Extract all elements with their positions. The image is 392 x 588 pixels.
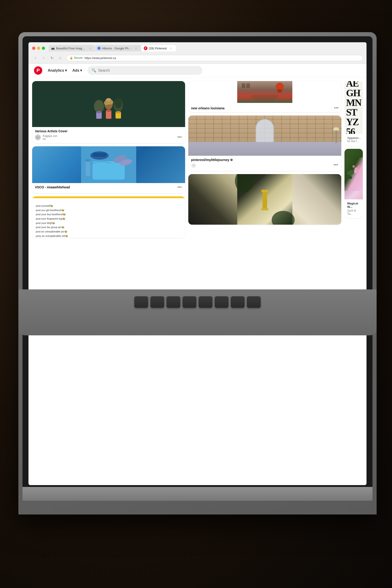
search-bar[interactable]: 🔍 Search xyxy=(88,66,202,75)
pin-plants-board: ilst xyxy=(43,138,57,140)
svg-rect-26 xyxy=(251,95,278,97)
pin-vsco[interactable]: VSCO - miaawhitehead ••• xyxy=(32,146,185,193)
text-line-3: post your boy bestfriend🐝 xyxy=(36,212,182,216)
pin-typography[interactable]: AEGHMNSTYZ56 Apparen... for the f... xyxy=(344,81,363,146)
neworleans-svg xyxy=(188,81,341,103)
pin-plants[interactable]: Various Artists Cover KJ Kagaya Jun ilst xyxy=(32,81,185,143)
pin-textpost-content: post yourself🐝 post you girl bestfriend🐝… xyxy=(32,196,185,238)
maximize-button[interactable] xyxy=(42,47,45,50)
pinterest-tab-icon: P xyxy=(144,46,148,50)
ads-nav-item[interactable]: Ads ▾ xyxy=(72,68,82,72)
traffic-lights xyxy=(32,47,45,50)
svg-rect-20 xyxy=(86,159,90,162)
key-f7[interactable] xyxy=(247,296,261,308)
google-photos-tab-close[interactable]: × xyxy=(134,46,138,50)
laptop-body: 📷 Beautiful Free Images & Pictur × Album… xyxy=(18,32,376,514)
tab-pinterest[interactable]: P (28) Pinterest × xyxy=(142,45,176,52)
unsplash-tab-close[interactable]: × xyxy=(89,46,92,50)
google-photos-tab-title: Albums · Google Photos xyxy=(102,47,132,50)
tab-unsplash[interactable]: 📷 Beautiful Free Images & Pictur × xyxy=(49,45,94,52)
title-bar: 📷 Beautiful Free Images & Pictur × Album… xyxy=(28,42,366,53)
pin-vsco-image xyxy=(32,146,185,183)
key-f1[interactable] xyxy=(150,296,164,308)
key-f3[interactable] xyxy=(182,296,196,308)
secure-label: Secure xyxy=(74,56,83,60)
keyboard-area xyxy=(18,290,376,335)
pin-plants-image xyxy=(32,81,185,127)
text-line-5: post your bf/gf🐝 xyxy=(36,221,182,225)
laptop-scene: 📷 Beautiful Free Images & Pictur × Album… xyxy=(0,0,392,588)
key-f6[interactable] xyxy=(231,296,244,308)
pin-plants-avatar: KJ xyxy=(35,134,41,140)
pin-typography-image: AEGHMNSTYZ56 xyxy=(344,81,363,134)
heart-row: ♡ xyxy=(191,163,338,168)
keyboard-keys xyxy=(18,290,376,308)
pin-brickroom-username: pinterest//mylittlejourney ⚙ xyxy=(191,158,338,162)
back-button[interactable]: ‹ xyxy=(32,55,38,61)
lock-icon: 🔒 xyxy=(70,56,73,60)
secure-badge: 🔒 Secure xyxy=(70,56,83,60)
analytics-nav-item[interactable]: Analytics ▾ xyxy=(48,68,67,72)
screen: 📷 Beautiful Free Images & Pictur × Album… xyxy=(28,42,366,485)
tab-google-photos[interactable]: Albums · Google Photos × xyxy=(95,45,141,52)
text-line-4: post your fingerprint log🐝 xyxy=(36,216,182,221)
pin-brickroom-more[interactable]: ••• xyxy=(332,162,339,168)
screen-bottom-bezel xyxy=(22,487,372,501)
heart-icon: ♡ xyxy=(192,164,195,167)
svg-rect-25 xyxy=(278,89,282,92)
pin-darkmarble[interactable] xyxy=(188,174,341,225)
pin-neworleans-image xyxy=(188,81,341,104)
pin-garden-info: Magical W... Zach & Ta... xyxy=(344,199,363,218)
unsplash-tab-title: Beautiful Free Images & Pictur xyxy=(56,47,86,50)
screen-bezel: 📷 Beautiful Free Images & Pictur × Album… xyxy=(22,36,372,501)
home-button[interactable]: ⌂ xyxy=(57,55,64,61)
close-button[interactable] xyxy=(32,47,35,50)
garden-svg xyxy=(344,149,363,199)
pin-column-middle: new orleans louisiana ••• xyxy=(188,81,341,484)
key-f5[interactable] xyxy=(215,296,228,308)
search-placeholder: Search xyxy=(98,68,110,72)
pin-garden[interactable]: Magical W... Zach & Ta... xyxy=(344,149,363,218)
pin-plants-username: Kagaya Jun xyxy=(43,134,57,138)
svg-rect-15 xyxy=(92,153,106,157)
magical-title: Magical W... xyxy=(347,202,360,208)
neworleans-label: new orleans louisiana ••• xyxy=(188,104,341,112)
svg-rect-28 xyxy=(256,100,274,102)
url-bar[interactable]: 🔒 Secure https://www.pinterest.ca xyxy=(66,55,363,61)
pinterest-tab-close[interactable]: × xyxy=(169,46,173,50)
couch-area xyxy=(188,142,341,156)
ads-label: Ads xyxy=(72,68,79,72)
svg-point-10 xyxy=(114,98,122,108)
key-f2[interactable] xyxy=(166,296,180,308)
browser-tabs: 📷 Beautiful Free Images & Pictur × Album… xyxy=(49,45,363,52)
search-icon: 🔍 xyxy=(92,68,96,72)
pin-vsco-more[interactable]: ••• xyxy=(176,184,183,190)
pin-vsco-info: VSCO - miaawhitehead xyxy=(32,183,185,193)
pin-brickroom[interactable]: pinterest//mylittlejourney ⚙ ♡ xyxy=(188,116,341,171)
key-f4[interactable] xyxy=(199,296,212,308)
pin-column-right: AEGHMNSTYZ56 Apparen... for the f... xyxy=(344,81,363,484)
analytics-dropdown-icon: ▾ xyxy=(65,68,67,72)
settings-icon: ⚙ xyxy=(230,158,233,162)
svg-point-39 xyxy=(352,165,355,168)
pin-neworleans[interactable]: new orleans louisiana ••• xyxy=(188,81,341,112)
pinterest-logo[interactable]: P xyxy=(34,66,42,75)
pin-plants-more[interactable]: ••• xyxy=(176,134,183,140)
svg-rect-23 xyxy=(246,84,250,88)
minimize-button[interactable] xyxy=(37,47,40,50)
analytics-label: Analytics xyxy=(48,68,64,72)
pin-typography-info: Apparen... for the f... xyxy=(344,134,363,146)
board-icon: ♡ xyxy=(191,163,196,168)
key-esc[interactable] xyxy=(134,296,148,308)
nav-buttons: ‹ › ↻ ⌂ xyxy=(32,55,64,61)
pinterest-tab-title: (28) Pinterest xyxy=(149,47,167,50)
refresh-button[interactable]: ↻ xyxy=(49,55,55,61)
arch-window xyxy=(256,119,274,144)
svg-rect-33 xyxy=(261,190,268,192)
neworleans-more[interactable]: ••• xyxy=(334,106,338,110)
svg-point-37 xyxy=(357,166,361,169)
forward-button[interactable]: › xyxy=(40,55,47,61)
pin-textpost[interactable]: post yourself🐝 post you girl bestfriend🐝… xyxy=(32,196,185,238)
ads-dropdown-icon: ▾ xyxy=(80,68,82,72)
svg-point-5 xyxy=(104,100,108,105)
